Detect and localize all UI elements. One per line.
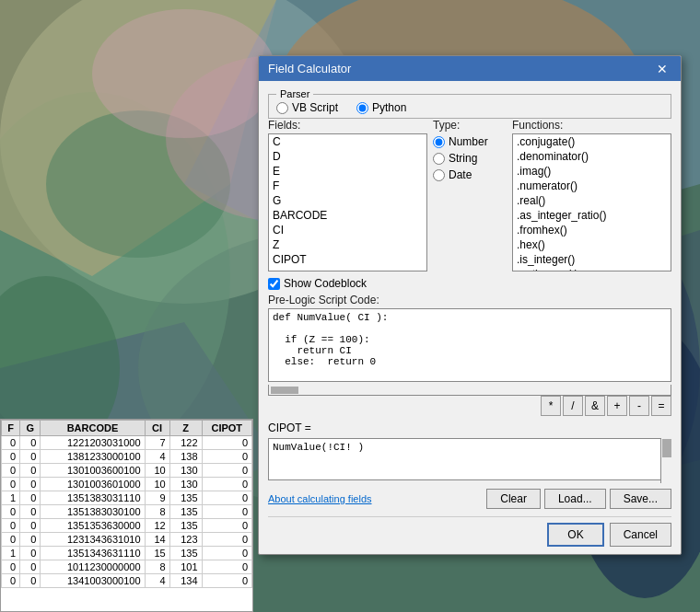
fields-listbox-item[interactable]: D [269, 149, 426, 164]
table-cell: 0 [2, 574, 20, 588]
fields-listbox-item[interactable]: C [269, 134, 426, 149]
functions-listbox-item[interactable]: .hex() [513, 237, 671, 252]
table-cell: 135 [169, 519, 202, 533]
fields-listbox-item[interactable]: F [269, 179, 426, 193]
table-cell: 135 [169, 491, 202, 505]
fields-listbox-item[interactable]: E [269, 164, 426, 179]
pre-logic-textarea[interactable]: def NumValue( CI ): if (Z == 100): retur… [268, 308, 671, 382]
table-cell: 0 [20, 478, 41, 491]
python-radio[interactable] [356, 102, 368, 114]
table-header-cell: G [20, 421, 41, 436]
table-cell: 4 [145, 450, 169, 464]
table-row: 001301003601000101300 [2, 478, 252, 491]
date-radio-label[interactable]: Date [433, 168, 507, 181]
functions-listbox-item[interactable]: .as_integer_ratio() [513, 208, 671, 223]
table-row: 00134100300010041340 [2, 574, 252, 588]
table-cell: 0 [20, 574, 41, 588]
table-cell: 1351383030100 [41, 505, 145, 519]
fields-listbox-item[interactable]: CI [269, 223, 426, 237]
clear-button[interactable]: Clear [486, 489, 541, 509]
table-cell: 1341003000100 [41, 574, 145, 588]
functions-listbox-item[interactable]: .real() [513, 193, 671, 208]
string-label: String [449, 152, 477, 165]
functions-listbox-item[interactable]: math.acos( ) [513, 267, 671, 271]
expr-scroll-thumb [662, 439, 671, 457]
table-row: 00122120303100071220 [2, 436, 252, 450]
functions-listbox-item[interactable]: .fromhex() [513, 223, 671, 237]
table-cell: 134 [169, 574, 202, 588]
table-cell: 130 [169, 478, 202, 491]
vb-script-label: VB Script [292, 101, 338, 114]
expression-textarea[interactable]: NumValue(!CI! ) [268, 438, 671, 480]
table-cell: 1381233000100 [41, 450, 145, 464]
functions-listbox[interactable]: .conjugate().denominator().imag().numera… [512, 133, 671, 271]
about-link[interactable]: About calculating fields [268, 493, 372, 504]
fields-listbox-item[interactable]: CIPOT [269, 252, 426, 267]
table-cell: 1 [2, 547, 20, 560]
expression-row: CIPOT = [268, 421, 671, 434]
vb-script-radio-label[interactable]: VB Script [276, 101, 338, 114]
table-cell: 123 [169, 533, 202, 547]
load-button[interactable]: Load... [544, 489, 606, 509]
table-cell: 1231343631010 [41, 533, 145, 547]
show-codeblock-checkbox[interactable] [268, 278, 280, 290]
fields-label: Fields: [268, 119, 427, 132]
table-row: 001231343631010141230 [2, 533, 252, 547]
pre-logic-hscroll[interactable] [268, 385, 671, 396]
table-cell: 1351353630000 [41, 519, 145, 533]
table-cell: 0 [202, 478, 251, 491]
close-button[interactable]: ✕ [653, 63, 671, 75]
table-row: 001301003600100101300 [2, 464, 252, 478]
table-cell: 10 [145, 478, 169, 491]
functions-listbox-item[interactable]: .is_integer() [513, 252, 671, 267]
table-cell: 1 [2, 491, 20, 505]
string-radio-label[interactable]: String [433, 152, 507, 165]
table-cell: 135 [169, 547, 202, 560]
table-cell: 1301003601000 [41, 478, 145, 491]
number-radio-label[interactable]: Number [433, 135, 507, 148]
table-row: 00101123000000081010 [2, 560, 252, 574]
subtract-button[interactable]: - [629, 396, 649, 416]
table-cell: 14 [145, 533, 169, 547]
table-cell: 15 [145, 547, 169, 560]
functions-listbox-item[interactable]: .imag() [513, 164, 671, 179]
multiply-button[interactable]: * [541, 396, 561, 416]
fields-listbox[interactable]: CDEFGBARCODECIZCIPOT [268, 133, 427, 271]
divide-button[interactable]: / [563, 396, 583, 416]
ok-button[interactable]: OK [547, 523, 603, 547]
date-radio[interactable] [433, 169, 445, 181]
table-cell: 0 [202, 491, 251, 505]
table-cell: 4 [145, 574, 169, 588]
vb-script-radio[interactable] [276, 102, 288, 114]
table-cell: 1221203031000 [41, 436, 145, 450]
type-label: Type: [433, 119, 507, 132]
functions-label: Functions: [512, 119, 671, 132]
concat-button[interactable]: & [585, 396, 605, 416]
table-cell: 0 [20, 464, 41, 478]
table-cell: 1011230000000 [41, 560, 145, 574]
add-button[interactable]: + [607, 396, 627, 416]
table-row: 101351343631110151350 [2, 547, 252, 560]
fields-listbox-item[interactable]: BARCODE [269, 208, 426, 223]
fields-listbox-item[interactable]: G [269, 193, 426, 208]
table-header-cell: Z [169, 421, 202, 436]
table-header-cell: BARCODE [41, 421, 145, 436]
cancel-button[interactable]: Cancel [610, 523, 671, 547]
table-cell: 0 [202, 547, 251, 560]
expr-scrollbar [660, 438, 671, 483]
functions-listbox-item[interactable]: .denominator() [513, 149, 671, 164]
string-radio[interactable] [433, 153, 445, 165]
fields-type-functions-row: Fields: CDEFGBARCODECIZCIPOT Type: Numbe… [268, 119, 671, 271]
table-cell: 7 [145, 436, 169, 450]
save-button[interactable]: Save... [610, 489, 671, 509]
python-radio-label[interactable]: Python [356, 101, 406, 114]
number-radio[interactable] [433, 136, 445, 148]
show-codeblock-label[interactable]: Show Codeblock [284, 277, 367, 290]
functions-listbox-item[interactable]: .numerator() [513, 179, 671, 193]
functions-listbox-item[interactable]: .conjugate() [513, 134, 671, 149]
equals-button[interactable]: = [651, 396, 671, 416]
table-cell: 0 [202, 533, 251, 547]
table-header-cell: CIPOT [202, 421, 251, 436]
parser-radio-group: VB Script Python [276, 101, 663, 114]
fields-listbox-item[interactable]: Z [269, 237, 426, 252]
